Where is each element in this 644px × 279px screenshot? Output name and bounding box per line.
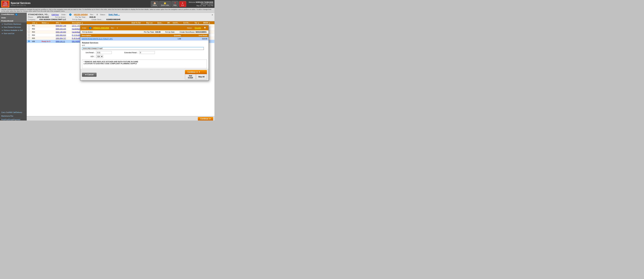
home-button[interactable]: 🏠 Home bbox=[151, 1, 158, 7]
quick-links-button[interactable]: ⭐ Quick Links bbox=[159, 1, 171, 7]
overlay-action-buttons: Add Install Skip All bbox=[185, 74, 207, 79]
overlay-status-badge[interactable]: Quote bbox=[195, 27, 201, 29]
table-row[interactable]: SANTA ROSA WHITE ELG TOILET 1PC 1.00 319… bbox=[80, 37, 208, 41]
order-info-icon: ℹ bbox=[69, 13, 72, 16]
overlay-fol-action: Fol Up Action: bbox=[82, 31, 93, 33]
logo-text: THEHOMEDEPOT bbox=[2, 1, 8, 6]
overlay-rev-val: 0 bbox=[117, 27, 118, 29]
overlay-fol-date: Fol Up Date: bbox=[165, 31, 175, 33]
sidebar-section-product[interactable]: Product/Install bbox=[0, 19, 27, 22]
sidebar-bottom-carry[interactable]: Carry Out/Will Call/Delivery bbox=[0, 110, 27, 114]
overlay-window: Order : ℹ H5604-2063458 Rev : 0 Status :… bbox=[80, 25, 209, 81]
overlay-header-fields: Order : ℹ H5604-2063458 Rev : 0 Status :… bbox=[82, 27, 201, 29]
unit-retail-input[interactable] bbox=[96, 51, 112, 54]
related-and-label: and bbox=[80, 44, 208, 47]
overlay-continue-button[interactable]: Continue ➤ ▼ bbox=[185, 70, 207, 74]
overlay-table: Description Quantity Unit Retail SANTA R… bbox=[80, 34, 208, 41]
overlay-bottom: ⬅ Cancel Continue ➤ ▼ Add Install Skip A… bbox=[80, 69, 208, 80]
help-icon: ❓ bbox=[173, 2, 177, 4]
col-status[interactable]: Status ▲ bbox=[41, 21, 55, 24]
create-store-value: 0159/BXXMSSHR bbox=[106, 18, 120, 20]
arrow-icon: ▶ bbox=[2, 33, 3, 34]
sidebar-bottom: Carry Out/Will Call/Delivery Markdowns/T… bbox=[0, 110, 27, 120]
col-radio bbox=[27, 21, 31, 24]
top-navigation-bar: THEHOMEDEPOT Special Services Version 23… bbox=[0, 0, 214, 8]
logo: THEHOMEDEPOT bbox=[1, 0, 10, 7]
sku-link[interactable]: 0000-180-869 bbox=[56, 31, 66, 33]
overlay-col-retail: Unit Retail bbox=[182, 34, 208, 37]
add-install-button[interactable]: Add Install bbox=[185, 74, 196, 79]
action-note: * REMOVE AND REPLACE KITCHEN AND BATH FI… bbox=[82, 60, 207, 68]
overlay-col-desc: Description bbox=[80, 34, 160, 37]
col-bay[interactable]: Bay Loc bbox=[146, 21, 156, 24]
app-version: Version 23.4.1.01 Y.S. bbox=[11, 4, 150, 6]
col-ext[interactable]: Ext Re... bbox=[183, 21, 194, 24]
col-um[interactable]: UM bbox=[166, 21, 172, 24]
sidebar-item-save[interactable]: ▶ Save and Exit bbox=[0, 32, 27, 35]
col-sku[interactable]: SKU ▲ bbox=[55, 21, 71, 24]
sidebar-item-markdown[interactable]: ▶ View/Delete Markdown bbox=[0, 22, 27, 25]
col-line[interactable]: Line ▲ bbox=[31, 21, 41, 24]
collapse-icon[interactable]: ▲ bbox=[212, 14, 213, 15]
col-mkdn[interactable]: MKDN ▲ bbox=[202, 21, 214, 24]
order-header: STANCHEVSKA, YO... Edit/View Order : ℹ H… bbox=[27, 13, 214, 21]
cancel-button[interactable]: ⬅ Cancel bbox=[82, 73, 96, 77]
arrow-icon: ▶ bbox=[2, 23, 3, 25]
edit-view-link[interactable]: Edit/View bbox=[52, 14, 59, 15]
sku-link[interactable]: 0000-141-11 bbox=[56, 40, 65, 42]
col-quan[interactable]: Quan... bbox=[156, 21, 166, 24]
col-avail[interactable]: Avail To Sel bbox=[131, 21, 146, 24]
desc-link[interactable]: DELIVERY bbox=[72, 40, 80, 42]
dropdown-arrow-icon: ▼ bbox=[198, 71, 200, 73]
related-services-label: Related Services bbox=[80, 41, 208, 44]
company-value: KSS DESIGN CONSULTANT LLC bbox=[40, 18, 66, 20]
sidebar-item-retrieve[interactable]: ▶ Retrieve Available to Sell bbox=[0, 29, 27, 32]
sidebar-item-related[interactable]: ▶ View Related Services bbox=[0, 25, 27, 29]
overlay-col-qty: Quantity bbox=[160, 34, 182, 37]
uoi-select[interactable]: EA bbox=[96, 55, 103, 58]
extended-retail-input[interactable] bbox=[139, 51, 155, 54]
customer-name: STANCHEVSKA, YO... bbox=[28, 13, 49, 16]
continue-arrow-icon: ➤ bbox=[196, 71, 198, 73]
app-title: Special Services bbox=[11, 2, 150, 4]
desc-path-input[interactable] bbox=[82, 47, 204, 50]
order-number[interactable]: H0159-S45494 bbox=[74, 13, 88, 16]
info-bar: Use the Continue and Back buttons to nav… bbox=[0, 8, 214, 13]
continue-button[interactable]: Continue ➤ bbox=[198, 117, 213, 120]
uoi-field: UOI : EA bbox=[82, 55, 207, 58]
bottom-bar: Continue ➤ bbox=[27, 116, 214, 120]
sku-link[interactable]: 0000-897-148 bbox=[56, 25, 66, 27]
exit-button[interactable]: ✕ Exit bbox=[179, 1, 186, 7]
sidebar-section-create[interactable]: Create/Maintain ℹ bbox=[0, 13, 27, 16]
sidebar-bottom-markdowns[interactable]: Markdowns/Tax bbox=[0, 114, 27, 118]
overlay-continue-group: Continue ➤ ▼ Add Install Skip All bbox=[185, 70, 207, 79]
unit-retail-field: Unit Retail : bbox=[82, 51, 112, 54]
status-badge[interactable]: Sold. Paid ... bbox=[108, 13, 120, 16]
overlay-header: Order : ℹ H5604-2063458 Rev : 0 Status :… bbox=[80, 25, 208, 30]
app-title-area: Special Services Version 23.4.1.01 Y.S. bbox=[11, 2, 150, 6]
continue-arrow-icon: ➤ bbox=[209, 118, 211, 120]
overlay-close-button[interactable]: ▼ bbox=[203, 26, 207, 29]
rev-value: 0 bbox=[97, 14, 98, 15]
home-icon: 🏠 bbox=[152, 2, 157, 4]
sku-link[interactable]: 0000-202-225 bbox=[56, 28, 66, 30]
help-button[interactable]: ❓ Help bbox=[172, 1, 178, 7]
col-unit[interactable]: Unit R... bbox=[172, 21, 182, 24]
fields-row-group: Unit Retail : Extended Retail : bbox=[82, 51, 207, 54]
overlay-subheader: Fol Up Action: Pre Tax Total : 319.00 Fo… bbox=[80, 30, 208, 34]
sidebar-section-order[interactable]: Order bbox=[0, 16, 27, 19]
col-tax[interactable]: Tax ▲ bbox=[194, 21, 202, 24]
sidebar-bottom-print[interactable]: Print/Fax/Email/Payment bbox=[0, 118, 27, 120]
extended-retail-field: Extended Retail : bbox=[124, 51, 155, 54]
fields-area: Unit Retail : Extended Retail : UOI : EA bbox=[80, 50, 208, 59]
arrow-icon: ▶ bbox=[2, 26, 3, 28]
overlay-product-link[interactable]: SANTA ROSA WHITE ELG TOILET 1PC bbox=[82, 38, 113, 40]
overlay-order-number[interactable]: H5604-2063458 bbox=[93, 27, 109, 29]
pre-tax-value: 3040.28 bbox=[89, 16, 96, 18]
col-desc[interactable]: Description ▲ bbox=[71, 21, 131, 24]
sku-link[interactable]: 1002-994-727 bbox=[56, 37, 66, 39]
skip-all-button[interactable]: Skip All bbox=[196, 74, 207, 79]
nav-buttons-group: 🏠 Home ⭐ Quick Links ❓ Help ✕ Exit bbox=[151, 1, 186, 7]
overlay-create-store: Create Store/Assoc: 5604/ASM001 bbox=[180, 31, 206, 33]
sku-link[interactable]: 1002-992-610 bbox=[56, 34, 66, 36]
